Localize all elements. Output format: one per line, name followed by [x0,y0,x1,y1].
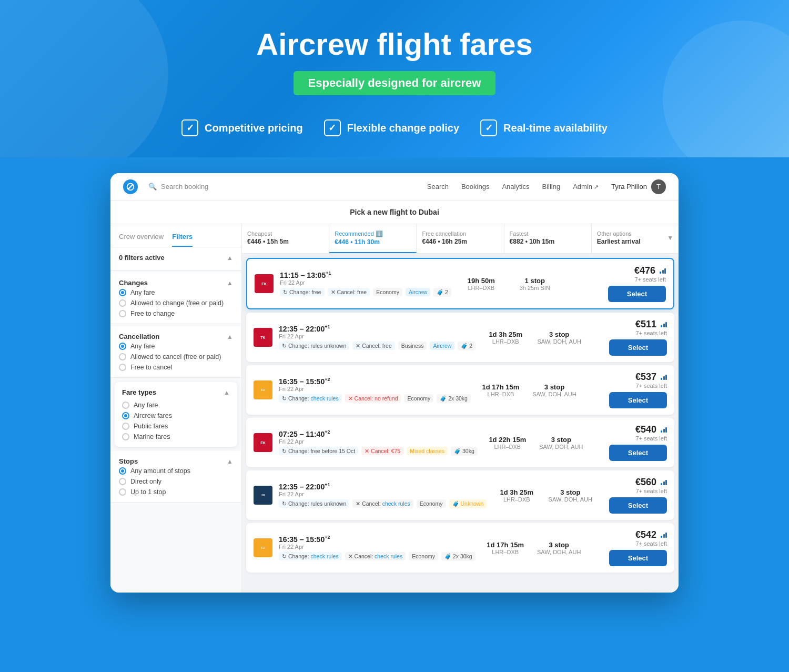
duration-route-5: LHR–DXB [493,496,540,503]
search-bar[interactable]: 🔍 Search booking [148,183,208,190]
fare-public[interactable]: Public fares [122,423,230,430]
radio-fare-aircrew [122,412,129,419]
stops-label-5: 3 stop [547,488,594,496]
hero-section: Aircrew flight fares Especially designed… [0,0,789,157]
nav-analytics[interactable]: Analytics [502,183,529,190]
select-button-2[interactable]: Select [609,339,667,356]
sort-tab-free-cancel[interactable]: Free cancellation €446 • 16h 25m [417,224,504,253]
stops-via-5: SAW, DOH, AUH [547,496,594,503]
duration-time-3: 1d 17h 15m [477,383,524,391]
radio-changes-any [119,289,126,296]
tab-crew-overview[interactable]: Crew overview [119,233,164,247]
changes-header[interactable]: Changes ▲ [119,279,233,287]
select-button-3[interactable]: Select [609,392,667,408]
user-avatar: T [651,179,666,194]
cabin-tag-2: Business [398,342,427,350]
changes-options: Any fare Allowed to change (free or paid… [119,289,233,317]
flight-time-range-1: 11:15 – 13:05+1 [280,270,451,279]
nav-billing[interactable]: Billing [542,183,560,190]
select-button-4[interactable]: Select [609,445,667,461]
cabin-tag-5: Economy [417,499,446,508]
sort-tab-fastest[interactable]: Fastest €882 • 10h 15m [504,224,592,253]
sort-fastest-label: Fastest [510,230,586,237]
changes-allowed[interactable]: Allowed to change (free or paid) [119,299,233,307]
tab-filters[interactable]: Filters [172,233,193,247]
sort-tab-other[interactable]: Other options Earliest arrival ▼ [592,224,679,253]
flight-price-4: €540 7+ seats left Select [609,424,667,461]
fare-types-options: Any fare Aircrew fares Public fares Mari… [122,402,230,440]
flight-times-1: 11:15 – 13:05+1 Fri 22 Apr ↻ Change: fre… [280,270,451,297]
select-button-6[interactable]: Select [609,550,667,566]
price-seats-3: 7+ seats left [609,383,667,389]
main-content: Crew overview Filters 0 filters active ▲… [110,224,679,593]
stops-header[interactable]: Stops ▲ [119,457,233,465]
flight-card-5: JX 12:35 – 22:00+1 Fri 22 Apr ↻ Change: … [246,470,674,520]
cancel-allowed[interactable]: Allowed to cancel (free or paid) [119,353,233,360]
change-tag-3: ↻ Change: check rules [279,394,342,403]
cancel-tag-2: ✕ Cancel: free [352,342,395,350]
stops-via-3: SAW, DOH, AUH [531,391,578,397]
fare-types-header[interactable]: Fare types ▲ [122,388,230,396]
changes-free[interactable]: Free to change [119,310,233,317]
select-button-1[interactable]: Select [608,286,666,302]
bag-tag-5: 🧳 Unknown [449,499,487,508]
radio-changes-free [119,310,126,317]
check-icon-change: ✓ [324,119,341,136]
stops-label-2: 3 stop [535,330,583,338]
user-menu[interactable]: Tyra Phillon T [611,179,666,194]
price-seats-1: 7+ seats left [608,276,666,283]
price-amount-1: €476 [608,265,666,276]
flight-price-2: €511 7+ seats left Select [609,319,667,356]
price-amount-3: €537 [609,372,667,383]
select-button-5[interactable]: Select [609,497,667,514]
chevron-other-icon: ▼ [667,234,673,242]
sort-tab-recommended[interactable]: Recommended ℹ️ €446 • 11h 30m [329,224,417,253]
stops-any[interactable]: Any amount of stops [119,467,233,475]
sort-tab-cheapest[interactable]: Cheapest €446 • 15h 5m [242,224,329,253]
feature-availability-label: Real-time availability [503,122,608,134]
airline-logo-emirates-1: EK [255,274,274,293]
app-logo [123,179,138,194]
flight-duration-5: 1d 3h 25m LHR–DXB [493,488,540,503]
flight-tags-1: ↻ Change: free ✕ Cancel: free Economy Ai… [280,288,451,297]
nav-admin[interactable]: Admin [573,183,599,190]
page-title: Pick a new flight to Dubai [110,200,679,224]
fare-marine[interactable]: Marine fares [122,433,230,440]
changes-free-label: Free to change [130,310,175,317]
cancellation-header[interactable]: Cancellation ▲ [119,333,233,340]
nav-search[interactable]: Search [427,183,449,190]
nav-bookings[interactable]: Bookings [461,183,489,190]
flight-card-2: TK 12:35 – 22:00+1 Fri 22 Apr ↻ Change: … [246,313,674,362]
signal-icon-2 [661,321,667,327]
airline-logo-flydubai-3: FZ [254,380,272,399]
chevron-stops-icon: ▲ [227,458,233,465]
stops-via-6: SAW, DOH, AUH [535,549,583,555]
cancel-any-fare[interactable]: Any fare [119,343,233,350]
flight-date-3: Fri 22 Apr [279,386,471,392]
fare-aircrew[interactable]: Aircrew fares [122,412,230,419]
fare-marine-label: Marine fares [134,433,170,440]
bag-tag-4: 🧳 30kg [451,447,478,456]
sidebar-tabs: Crew overview Filters [110,224,241,247]
stops-one[interactable]: Up to 1 stop [119,488,233,496]
search-placeholder: Search booking [161,183,208,190]
flight-date-2: Fri 22 Apr [279,333,476,339]
flight-tags-6: ↻ Change: check rules ✕ Cancel: check ru… [279,552,476,561]
app-frame: 🔍 Search booking Search Bookings Analyti… [110,173,679,593]
stops-direct[interactable]: Direct only [119,478,233,485]
changes-allowed-label: Allowed to change (free or paid) [130,299,224,307]
stops-section: Stops ▲ Any amount of stops Direct only … [110,451,241,503]
flight-date-4: Fri 22 Apr [279,438,478,445]
fare-any[interactable]: Any fare [122,402,230,409]
radio-fare-public [122,423,129,430]
flight-time-range-3: 16:35 – 15:50+2 [279,377,471,386]
cancel-free[interactable]: Free to cancel [119,364,233,371]
filters-active-header[interactable]: 0 filters active ▲ [119,254,233,262]
radio-stops-any [119,467,126,475]
chevron-cancellation-icon: ▲ [227,333,233,340]
sort-recommended-label: Recommended ℹ️ [335,230,411,237]
changes-any-fare[interactable]: Any fare [119,289,233,296]
flight-price-3: €537 7+ seats left Select [609,372,667,408]
signal-icon-3 [661,374,667,380]
flight-time-range-6: 16:35 – 15:50+2 [279,535,476,544]
